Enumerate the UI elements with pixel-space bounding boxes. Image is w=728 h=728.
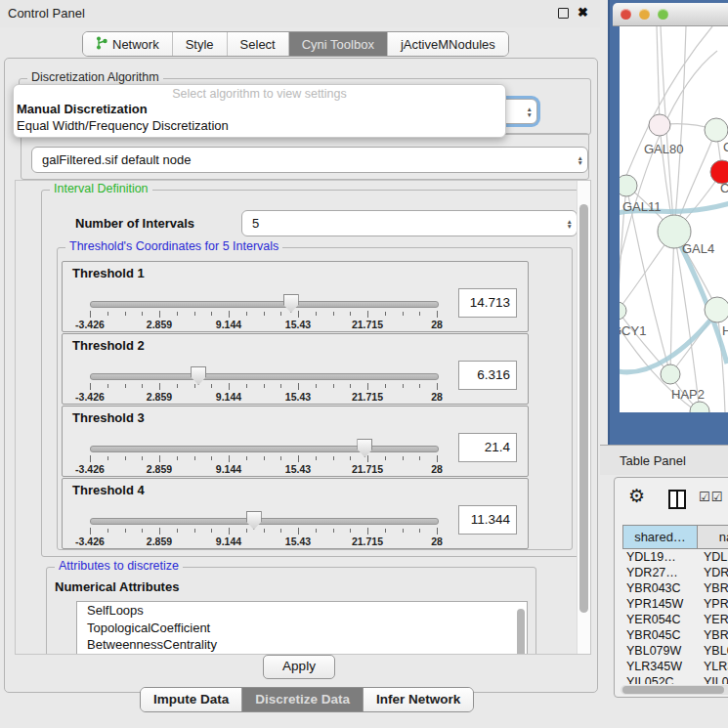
slider-track[interactable] — [90, 518, 439, 525]
tick-mark — [194, 529, 195, 533]
table-row[interactable]: YIL052CYIL0 — [622, 675, 728, 684]
tick-label: 2.859 — [147, 463, 172, 475]
network-window-titlebar[interactable] — [613, 3, 728, 26]
attribute-item[interactable]: BetweennessCentrality — [77, 636, 527, 654]
tick-mark — [125, 529, 126, 533]
screen: { "control_panel": { "title": "Control P… — [0, 0, 728, 728]
table-row[interactable]: YBR045CYBR0 — [622, 628, 728, 644]
checkbox-icons[interactable]: ☑☑ — [699, 490, 723, 504]
cell-shared-name: YBL079W — [622, 644, 700, 660]
tick-mark — [229, 383, 230, 390]
slider-track[interactable] — [90, 373, 439, 380]
tick-label: 15.43 — [285, 319, 311, 330]
split-view-icon[interactable] — [668, 490, 686, 509]
float-window-icon[interactable] — [558, 8, 569, 19]
threshold-label: Threshold 3 — [72, 410, 145, 425]
table-panel-title: Table Panel — [620, 453, 686, 468]
tick-mark — [385, 456, 386, 460]
column-header[interactable]: shared… — [622, 525, 698, 549]
interval-definition-group: Interval Definition Number of Intervals … — [41, 190, 580, 557]
tab-impute-data[interactable]: Impute Data — [141, 688, 242, 711]
tab-jactivemnodules[interactable]: jActiveMNodules — [388, 32, 508, 56]
algorithm-option[interactable]: Equal Width/Frequency Discretization — [17, 118, 229, 133]
tab-discretize-data[interactable]: Discretize Data — [242, 688, 364, 711]
tab-network[interactable]: Network — [83, 32, 173, 56]
cell-name: YER0 — [700, 613, 728, 628]
tab-style[interactable]: Style — [173, 32, 228, 56]
horizontal-scrollbar-thumb[interactable] — [622, 686, 724, 694]
table-row[interactable]: YDR27…YDR2 — [622, 566, 728, 581]
minimize-traffic-light-icon[interactable] — [639, 9, 650, 20]
tick-mark — [280, 456, 281, 460]
tick-label: 15.43 — [285, 391, 311, 403]
network-edge — [674, 26, 686, 232]
tick-mark — [211, 529, 212, 533]
tick-mark — [264, 384, 265, 388]
network-node-label: GAL11 — [622, 199, 662, 214]
table-data-combo[interactable]: galFiltered.sif default node ▲▼ — [31, 147, 588, 173]
tick-mark — [437, 383, 438, 390]
numerical-attributes-list[interactable]: SelfLoopsTopologicalCoefficientBetweenne… — [76, 601, 528, 655]
gear-icon[interactable]: ⚙ — [628, 485, 645, 507]
tick-label: 28 — [431, 391, 443, 403]
table-row[interactable]: YER054CYER0 — [622, 613, 728, 628]
algorithm-option[interactable]: Manual Discretization — [17, 102, 148, 116]
number-of-intervals-value: 5 — [252, 216, 259, 231]
tab-infer-network[interactable]: Infer Network — [364, 688, 473, 711]
tick-mark — [350, 384, 351, 388]
slider-track[interactable] — [90, 446, 439, 452]
slider-thumb[interactable] — [283, 294, 299, 313]
table-row[interactable]: YBR043CYBR0 — [622, 581, 728, 597]
algorithm-dropdown-popup: Select algorithm to view settings Manual… — [13, 84, 506, 138]
threshold-value-field[interactable]: 11.344 — [458, 505, 517, 535]
close-icon[interactable]: ✖ — [578, 5, 588, 20]
tick-mark — [211, 312, 212, 316]
table-row[interactable]: YBL079WYBL0 — [622, 644, 728, 660]
slider-thumb[interactable] — [357, 439, 372, 457]
attribute-item[interactable]: SelfLoops — [77, 602, 527, 620]
table-rows: YDL19…YDL1YDR27…YDR2YBR043CYBR0YPR145WYP… — [622, 550, 728, 684]
vertical-scrollbar-thumb[interactable] — [579, 204, 588, 613]
combo-stepper-icon[interactable]: ▲▼ — [578, 154, 583, 165]
tick-mark — [264, 312, 265, 316]
cell-shared-name: YBR045C — [622, 628, 700, 644]
threshold-value-field[interactable]: 6.316 — [458, 361, 517, 390]
tick-mark — [350, 312, 351, 316]
horizontal-scrollbar[interactable] — [621, 685, 728, 695]
network-canvas[interactable]: GAL80GAL11GAL4GCY1HHAP2GC — [620, 26, 728, 412]
threshold-value-field[interactable]: 14.713 — [458, 288, 517, 318]
tick-mark — [125, 312, 126, 316]
tick-mark — [298, 528, 299, 535]
tick-label: 28 — [431, 319, 443, 330]
cell-name: YDR2 — [700, 566, 728, 581]
attribute-item[interactable]: TopologicalCoefficient — [77, 620, 527, 637]
table-data-combo-value: galFiltered.sif default node — [42, 152, 191, 167]
vertical-scrollbar[interactable] — [577, 181, 590, 654]
tick-mark — [316, 456, 317, 460]
table-row[interactable]: YDL19…YDL1 — [622, 550, 728, 566]
tick-mark — [229, 311, 230, 318]
cell-shared-name: YBR043C — [622, 581, 700, 597]
tab-select[interactable]: Select — [228, 32, 289, 56]
table-row[interactable]: YPR145WYPR1 — [622, 597, 728, 613]
list-scrollbar-thumb[interactable] — [517, 609, 525, 655]
zoom-traffic-light-icon[interactable] — [658, 9, 668, 20]
close-traffic-light-icon[interactable] — [621, 9, 631, 20]
apply-button[interactable]: Apply — [263, 655, 335, 679]
tab-cyni-toolbox[interactable]: Cyni Toolbox — [289, 32, 388, 56]
threshold-value-field[interactable]: 21.4 — [458, 433, 517, 462]
tick-label: 9.144 — [216, 463, 241, 475]
tick-mark — [229, 528, 230, 535]
slider-thumb[interactable] — [246, 511, 262, 530]
tick-mark — [107, 384, 108, 388]
tick-mark — [385, 384, 386, 388]
number-of-intervals-combo[interactable]: 5 ▲▼ — [241, 210, 578, 236]
table-row[interactable]: YLR345WYLR3 — [622, 660, 728, 675]
combo-stepper-icon[interactable]: ▲▼ — [527, 107, 533, 117]
tick-label: -3.426 — [75, 319, 105, 330]
slider-thumb[interactable] — [191, 366, 206, 385]
network-view-window: GAL80GAL11GAL4GCY1HHAP2GC — [608, 0, 728, 445]
combo-stepper-icon[interactable]: ▲▼ — [567, 218, 573, 229]
column-header[interactable]: na — [698, 525, 728, 549]
slider-track[interactable] — [90, 301, 439, 308]
